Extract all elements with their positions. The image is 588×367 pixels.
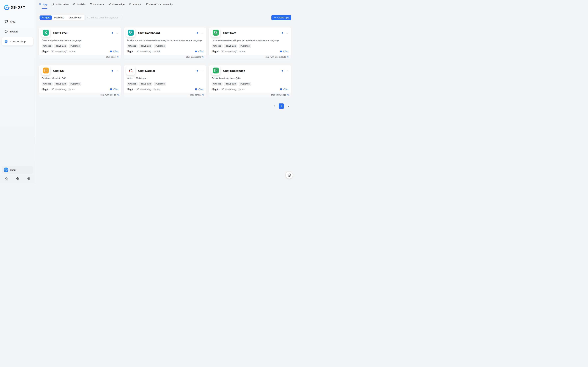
card-title: Chat Excel <box>53 32 67 35</box>
more-icon[interactable] <box>201 32 204 35</box>
search-input[interactable] <box>91 16 120 19</box>
more-icon[interactable] <box>286 32 289 35</box>
card-updated: 36 minutes ago Update <box>222 50 245 53</box>
tab-database[interactable]: Database <box>90 0 104 8</box>
tag: native_app <box>54 82 67 86</box>
more-icon[interactable] <box>201 69 204 73</box>
user-profile[interactable]: dbgpt dbgpt <box>2 166 33 174</box>
filter-unpublished[interactable]: Unpublished <box>66 16 83 20</box>
tag: Chinese <box>42 82 53 86</box>
tag: native_app <box>224 82 237 86</box>
app-icon-tile <box>41 28 50 37</box>
chat-button[interactable]: Chat <box>195 50 203 53</box>
feedback-smiley-button[interactable] <box>286 172 293 179</box>
card-tags: Chinese native_app Published <box>209 42 291 48</box>
copy-icon[interactable] <box>202 56 204 58</box>
tag: Chinese <box>127 44 138 48</box>
scene-name: chat_with_db_execute <box>265 56 286 58</box>
content-area: All Apps Published Unpublished Cr <box>35 9 294 184</box>
chat-button[interactable]: Chat <box>280 50 288 53</box>
separator: · <box>134 88 135 91</box>
filter-all-apps[interactable]: All Apps <box>40 16 52 20</box>
sidebar-item-explore[interactable]: Explore <box>2 27 33 36</box>
chat-button[interactable]: Chat <box>110 50 118 53</box>
app-card-chat-db: Chat DB Database Metadata Q&A Chinese na… <box>39 65 121 97</box>
share-plane-icon[interactable] <box>281 69 283 73</box>
top-navigation: App AWEL Flow Models <box>35 0 294 9</box>
next-page-chevron-icon[interactable] <box>286 103 291 109</box>
share-plane-icon[interactable] <box>110 69 114 73</box>
app-cards-grid: Chat Excel Excel analysis through natura… <box>39 27 291 97</box>
pagination: 1 <box>39 103 291 109</box>
dashboard-icon <box>128 30 134 36</box>
db-icon <box>43 67 49 74</box>
tab-label: Models <box>77 3 85 6</box>
tag: native_app <box>139 82 152 86</box>
card-tags: Chinese native_app Published <box>39 42 121 48</box>
collapse-sidebar-icon[interactable] <box>27 177 30 180</box>
card-owner: dbgpt <box>127 50 133 53</box>
card-description: Native LLM dialogue <box>124 75 206 79</box>
prev-page-chevron-icon[interactable] <box>272 103 277 109</box>
tab-models[interactable]: Models <box>73 0 85 8</box>
create-app-label: Create App <box>277 16 289 19</box>
tab-app[interactable]: App <box>39 0 47 8</box>
app-icon-tile <box>211 66 220 75</box>
prompt-bubble-icon <box>129 3 132 6</box>
smiley-icon <box>287 173 291 177</box>
create-app-button[interactable]: Create App <box>272 15 291 20</box>
card-owner: dbgpt <box>212 88 218 91</box>
chat-bubble-icon <box>4 20 8 23</box>
app-card-chat-data: Chat Data Have a conversation with your … <box>209 27 291 59</box>
sidebar-item-label: Explore <box>10 30 18 33</box>
tag: native_app <box>224 44 237 48</box>
share-plane-icon[interactable] <box>196 32 199 35</box>
card-tags: Chinese native_app Published <box>209 79 291 86</box>
tab-prompt[interactable]: Prompt <box>129 0 141 8</box>
app-icon-tile <box>126 28 135 37</box>
chat-button[interactable]: Chat <box>110 88 118 91</box>
more-icon[interactable] <box>286 69 289 73</box>
flow-fork-icon <box>52 3 55 6</box>
search-icon <box>87 16 90 19</box>
copy-icon[interactable] <box>287 56 289 58</box>
more-icon[interactable] <box>116 69 119 73</box>
share-plane-icon[interactable] <box>196 69 199 73</box>
card-description: Provide you with professional data analy… <box>124 37 206 42</box>
share-plane-icon[interactable] <box>110 32 114 35</box>
page-number[interactable]: 1 <box>279 103 284 109</box>
card-owner: dbgpt <box>212 50 218 53</box>
more-icon[interactable] <box>116 32 119 35</box>
tab-dbgpts-community[interactable]: DBGPTS Community <box>145 0 173 8</box>
tag: Published <box>239 44 251 48</box>
app-icon-tile <box>126 66 135 75</box>
headphones-icon <box>128 67 134 74</box>
knowledge-network-icon <box>108 3 111 6</box>
language-globe-icon[interactable] <box>16 177 19 180</box>
copy-icon[interactable] <box>117 94 119 96</box>
card-title: Chat Knowledge <box>223 69 245 73</box>
models-cube-icon <box>73 3 76 6</box>
copy-icon[interactable] <box>117 56 119 58</box>
database-monitor-icon <box>90 3 92 6</box>
tab-awel-flow[interactable]: AWEL Flow <box>52 0 68 8</box>
sidebar-item-construct-app[interactable]: Construct App <box>2 37 33 45</box>
tag: Chinese <box>212 82 223 86</box>
chat-button[interactable]: Chat <box>195 88 203 91</box>
share-plane-icon[interactable] <box>281 32 283 35</box>
sidebar-item-chat[interactable]: Chat <box>2 17 33 26</box>
separator: · <box>50 50 50 53</box>
sidebar-footer-icons <box>2 176 33 182</box>
tab-label: Database <box>93 3 104 6</box>
chat-button[interactable]: Chat <box>280 88 288 91</box>
copy-icon[interactable] <box>202 94 204 96</box>
separator: · <box>134 50 135 53</box>
copy-icon[interactable] <box>287 94 289 96</box>
filter-published[interactable]: Published <box>52 16 66 20</box>
sidebar-item-label: Chat <box>10 20 15 23</box>
card-description: Have a conversation with your private da… <box>209 37 291 42</box>
theme-sun-icon[interactable] <box>5 177 8 180</box>
tab-knowledge[interactable]: Knowledge <box>108 0 124 8</box>
sidebar-menu: Chat Explore <box>0 17 35 45</box>
construct-app-icon <box>4 40 8 43</box>
